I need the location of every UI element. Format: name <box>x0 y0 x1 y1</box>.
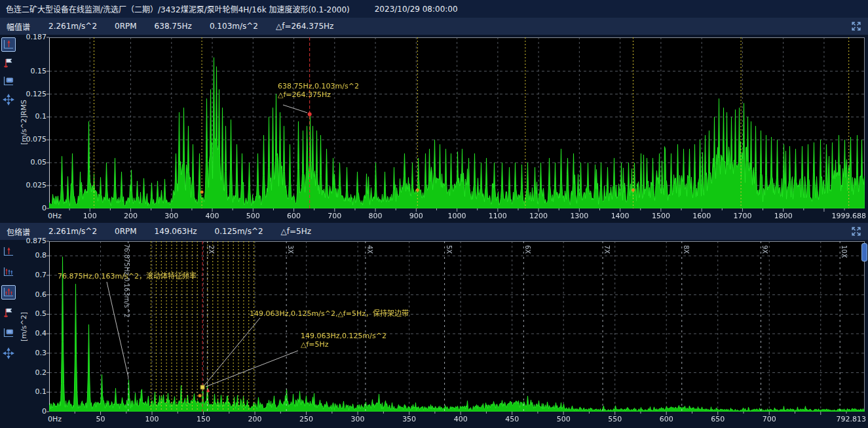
delta-f-value: △f=264.375Hz <box>276 22 333 31</box>
y-tick-label: 0.875 <box>14 237 47 245</box>
report-tool-icon-button[interactable] <box>1 74 16 88</box>
x-tick-label: 792.813 <box>824 415 866 423</box>
y-tick-label: 0 <box>14 407 47 416</box>
svg-text:3X: 3X <box>287 245 294 254</box>
x-tick-label: 100 <box>131 415 173 423</box>
pan-tool-icon-button[interactable] <box>1 346 16 360</box>
x-tick-label: 1000 <box>436 212 478 220</box>
svg-text:6X: 6X <box>524 245 531 254</box>
svg-text:4X: 4X <box>366 245 373 254</box>
y-tick-label: 0.2 <box>14 368 47 377</box>
cursor-frequency: 638.75Hz <box>155 22 192 31</box>
x-tick-label: 200 <box>110 212 152 220</box>
x-tick-label: 550 <box>594 415 636 423</box>
peak-cursor-tool-icon-button[interactable] <box>1 37 16 52</box>
amplitude-spectrum-header: 幅值谱 2.261m/s^2 0RPM 638.75Hz 0.103m/s^2 … <box>0 18 868 35</box>
y-tick-label: 0.7 <box>14 271 47 279</box>
x-tick-label: 1200 <box>518 212 559 220</box>
x-tick-label: 350 <box>388 415 430 423</box>
right-scrollbar-thumb[interactable] <box>861 243 867 262</box>
x-tick-label: 500 <box>542 415 584 423</box>
x-tick-label: 700 <box>748 415 790 423</box>
y-tick-label: 0.15 <box>14 67 47 75</box>
x-tick-label: 150 <box>183 415 225 423</box>
x-tick-label: 800 <box>354 212 396 220</box>
cursor-amplitude: 0.125m/s^2 <box>215 227 263 236</box>
cursor-annotation: 149.063Hz,0.125m/s^2,△f=5Hz，保持架边带 <box>250 309 409 318</box>
x-tick-label: 1100 <box>477 212 519 220</box>
svg-text:2X: 2X <box>208 245 215 254</box>
app-window: 色连二矿大型设备在线监测/洗选厂（二期）/3432煤泥泵/泵叶轮侧4H/16k … <box>0 0 868 428</box>
y-tick-label: 0 <box>14 204 47 212</box>
x-tick-label: 600 <box>273 212 315 220</box>
report-tool-icon-button[interactable] <box>1 326 16 340</box>
x-tick-label: 450 <box>491 415 533 423</box>
x-tick-label: 1999.688 <box>824 212 866 220</box>
x-tick-label: 900 <box>395 212 437 220</box>
expand-icon[interactable] <box>850 225 862 237</box>
y-tick-label: 0.05 <box>14 158 47 166</box>
panel-title: 包络谱 <box>7 226 30 237</box>
y-tick-label: 0.5 <box>14 309 47 318</box>
y-tick-label: 0.075 <box>14 135 47 144</box>
x-tick-label: 50 <box>80 415 122 423</box>
x-tick-label: 1300 <box>558 212 600 220</box>
flag-marker-tool-icon-button[interactable] <box>1 56 16 70</box>
overall-value: 2.261m/s^2 <box>48 227 97 236</box>
x-tick-label: 300 <box>337 415 379 423</box>
svg-text:5X: 5X <box>445 245 453 254</box>
cursor-annotation: 76.875Hz,0.163m/s^2，滚动体特征频率 <box>58 272 197 281</box>
sideband-cursor-tool-icon-button[interactable] <box>1 285 16 300</box>
x-tick-label: 1700 <box>721 212 763 220</box>
x-tick-label: 200 <box>234 415 276 423</box>
title-bar: 色连二矿大型设备在线监测/洗选厂（二期）/3432煤泥泵/泵叶轮侧4H/16k … <box>0 0 868 18</box>
cursor-annotation: 638.75Hz,0.103m/s^2△f=264.375Hz <box>278 82 359 99</box>
svg-text:10X: 10X <box>840 245 848 258</box>
x-tick-label: 100 <box>69 212 111 220</box>
x-tick-label: 1400 <box>599 212 641 220</box>
cursor-layer[interactable] <box>49 37 865 208</box>
cursor-layer[interactable]: 2X3X4X5X6X7X8X9X10X <box>49 241 865 412</box>
cursor-amplitude: 0.103m/s^2 <box>210 22 258 31</box>
cursor-frequency: 149.063Hz <box>155 227 197 236</box>
harmonic-cursor-tool-icon-button[interactable] <box>1 265 16 279</box>
flag-marker-tool-icon-button[interactable] <box>1 305 16 320</box>
expand-icon[interactable] <box>850 20 862 32</box>
x-tick-label: 700 <box>314 212 356 220</box>
y-tick-label: 0.125 <box>14 90 47 98</box>
pan-tool-icon-button[interactable] <box>1 92 16 107</box>
x-tick-label: 400 <box>191 212 233 220</box>
x-tick-label: 400 <box>440 415 481 423</box>
y-tick-label: 0.1 <box>14 112 47 121</box>
x-tick-label: 1600 <box>681 212 723 220</box>
svg-text:8X: 8X <box>683 245 690 254</box>
x-tick-label: 600 <box>645 415 687 423</box>
y-tick-label: 0.4 <box>14 329 47 338</box>
y-tick-label: 0.1 <box>14 387 47 396</box>
overall-value: 2.261m/s^2 <box>48 22 97 31</box>
y-tick-label: 0.6 <box>14 290 47 299</box>
x-tick-label: 1500 <box>640 212 682 220</box>
peak-cursor-tool-icon-button[interactable] <box>1 244 16 259</box>
datetime: 2023/10/29 08:00:00 <box>375 5 458 14</box>
y-tick-label: 0.187 <box>14 33 47 41</box>
y-tick-label: 0.025 <box>14 181 47 189</box>
y-tick-label: 0.3 <box>14 349 47 357</box>
y-axis-label: [m/s^2]RMS <box>20 100 28 145</box>
x-tick-label: 650 <box>697 415 739 423</box>
breadcrumb: 色连二矿大型设备在线监测/洗选厂（二期）/3432煤泥泵/泵叶轮侧4H/16k … <box>6 3 350 14</box>
y-tick-label: 0.8 <box>14 251 47 260</box>
panel-title: 幅值谱 <box>7 21 30 32</box>
cursor-annotation: 149.063Hz,0.125m/s^2△f=5Hz <box>301 332 387 349</box>
envelope-spectrum-plot[interactable]: 2X3X4X5X6X7X8X9X10X76.875Hz,0.163m/s^276… <box>49 241 865 412</box>
svg-text:7X: 7X <box>603 245 611 254</box>
x-tick-label: 250 <box>286 415 328 423</box>
rpm-value: 0RPM <box>115 22 137 31</box>
x-tick-label: 1800 <box>763 212 804 220</box>
harmonic-1x-label: 76.875Hz,0.163m/s^2 <box>123 244 130 318</box>
svg-text:9X: 9X <box>761 245 768 254</box>
rpm-value: 0RPM <box>115 227 137 236</box>
y-axis-label: [m/s^2] <box>20 312 28 341</box>
x-tick-label: 500 <box>232 212 274 220</box>
amplitude-spectrum-plot[interactable]: 638.75Hz,0.103m/s^2△f=264.375Hz0Hz100200… <box>49 37 865 208</box>
